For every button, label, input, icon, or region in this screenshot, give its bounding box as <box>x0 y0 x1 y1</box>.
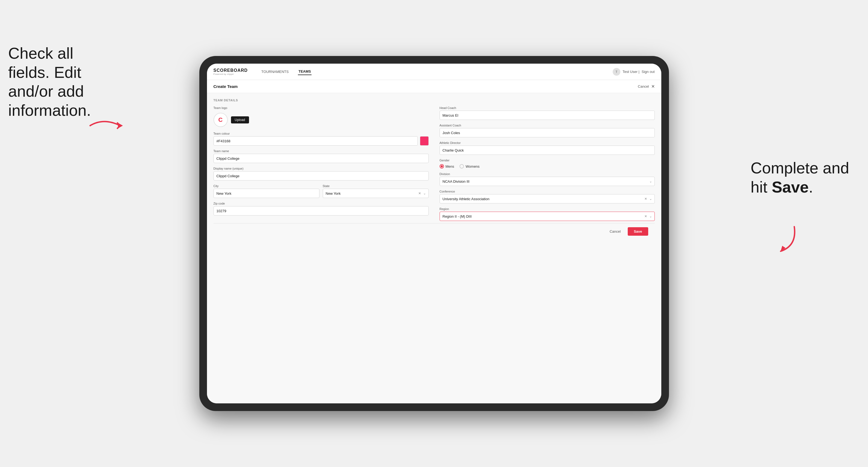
assistant-coach-label: Assistant Coach <box>440 124 655 127</box>
division-label: Division <box>440 172 655 176</box>
conference-group: Conference ✕ ⌄ <box>440 190 655 204</box>
state-input[interactable] <box>323 189 429 198</box>
tablet-screen: SCOREBOARD Powered by clippd TOURNAMENTS… <box>207 64 661 403</box>
save-button[interactable]: Save <box>628 227 648 236</box>
gender-womens-label: Womens <box>466 164 479 168</box>
user-name: Test User | <box>623 70 640 74</box>
head-coach-group: Head Coach <box>440 106 655 120</box>
logo-text: SCOREBOARD <box>214 68 248 73</box>
color-swatch[interactable] <box>420 136 429 146</box>
zip-label: Zip code <box>214 202 429 205</box>
page-title: Create Team <box>214 84 238 89</box>
display-name-group: Display name (unique) <box>214 167 429 181</box>
team-name-label: Team name <box>214 149 429 153</box>
division-select[interactable]: NCAA Division III <box>440 177 655 186</box>
city-input[interactable] <box>214 189 319 198</box>
sign-out-link[interactable]: Sign out <box>642 70 655 74</box>
left-arrow-icon <box>87 115 126 136</box>
conference-input[interactable] <box>440 194 655 204</box>
city-state-row: City State ✕ ⌄ <box>214 184 429 198</box>
region-input[interactable] <box>440 212 655 221</box>
page-area: Create Team Cancel ✕ TEAM DETAILS Team l… <box>207 80 661 403</box>
team-name-group: Team name <box>214 149 429 163</box>
form-footer: Cancel Save <box>214 223 655 240</box>
right-annotation: Complete and hit Save. <box>751 158 854 196</box>
zip-code-group: Zip code <box>214 202 429 216</box>
gender-group: Gender Mens Womens <box>440 159 655 168</box>
color-input-row <box>214 136 429 146</box>
gender-mens-label: Mens <box>445 164 454 168</box>
city-label: City <box>214 184 319 188</box>
state-select-wrapper: ✕ ⌄ <box>323 189 429 198</box>
gender-womens-radio[interactable] <box>460 164 464 168</box>
gender-row: Mens Womens <box>440 164 655 168</box>
navbar-right: T Test User | Sign out <box>613 68 655 76</box>
display-name-input[interactable] <box>214 171 429 181</box>
head-coach-input[interactable] <box>440 111 655 120</box>
cancel-button[interactable]: Cancel <box>606 227 624 236</box>
team-logo-group: Team logo C Upload <box>214 106 429 128</box>
logo-upload-area: C Upload <box>214 113 429 127</box>
logo-circle: C <box>214 113 228 127</box>
tablet-container: SCOREBOARD Powered by clippd TOURNAMENTS… <box>199 56 669 411</box>
city-group: City <box>214 184 319 198</box>
region-label: Region <box>440 207 655 211</box>
division-group: Division NCAA Division III <box>440 172 655 186</box>
athletic-director-input[interactable] <box>440 146 655 155</box>
gender-mens-radio[interactable] <box>440 164 444 168</box>
left-annotation: Check all fields. Edit and/or add inform… <box>8 44 85 120</box>
state-label: State <box>323 184 429 188</box>
conference-select-wrapper: ✕ ⌄ <box>440 194 655 204</box>
display-name-label: Display name (unique) <box>214 167 429 170</box>
team-logo-label: Team logo <box>214 106 429 110</box>
team-name-input[interactable] <box>214 154 429 163</box>
right-arrow-icon <box>772 224 805 257</box>
region-group: Region ✕ ⌄ <box>440 207 655 221</box>
athletic-director-label: Athletic Director <box>440 141 655 145</box>
team-colour-label: Team colour <box>214 132 429 135</box>
form-left-col: Team logo C Upload Team colour <box>214 106 429 221</box>
logo-sub: Powered by clippd <box>214 73 248 75</box>
form-content: TEAM DETAILS Team logo C Upload <box>207 93 661 245</box>
gender-womens-option[interactable]: Womens <box>460 164 479 168</box>
conference-clear-button[interactable]: ✕ <box>644 197 647 201</box>
upload-button[interactable]: Upload <box>231 116 249 123</box>
team-colour-input[interactable] <box>214 136 418 146</box>
region-clear-button[interactable]: ✕ <box>644 214 647 218</box>
svg-marker-0 <box>118 123 123 128</box>
assistant-coach-group: Assistant Coach <box>440 124 655 137</box>
nav-tournaments[interactable]: TOURNAMENTS <box>261 68 289 75</box>
logo: SCOREBOARD Powered by clippd <box>214 68 248 75</box>
zip-input[interactable] <box>214 206 429 216</box>
state-clear-button[interactable]: ✕ <box>418 191 421 195</box>
conference-label: Conference <box>440 190 655 193</box>
gender-mens-option[interactable]: Mens <box>440 164 454 168</box>
assistant-coach-input[interactable] <box>440 128 655 137</box>
form-right-col: Head Coach Assistant Coach Athletic Dire… <box>440 106 655 221</box>
division-select-wrapper: NCAA Division III <box>440 177 655 186</box>
form-grid: Team logo C Upload Team colour <box>214 106 655 221</box>
user-avatar: T <box>613 68 620 76</box>
gender-label: Gender <box>440 159 655 162</box>
region-select-wrapper: ✕ ⌄ <box>440 212 655 221</box>
head-coach-label: Head Coach <box>440 106 655 110</box>
team-colour-group: Team colour <box>214 132 429 146</box>
create-team-header: Create Team Cancel ✕ <box>207 80 661 93</box>
cancel-x-button[interactable]: Cancel ✕ <box>638 84 654 89</box>
navbar: SCOREBOARD Powered by clippd TOURNAMENTS… <box>207 64 661 80</box>
athletic-director-group: Athletic Director <box>440 141 655 155</box>
state-group: State ✕ ⌄ <box>323 184 429 198</box>
nav-teams[interactable]: TEAMS <box>298 68 312 75</box>
section-label: TEAM DETAILS <box>214 99 655 102</box>
